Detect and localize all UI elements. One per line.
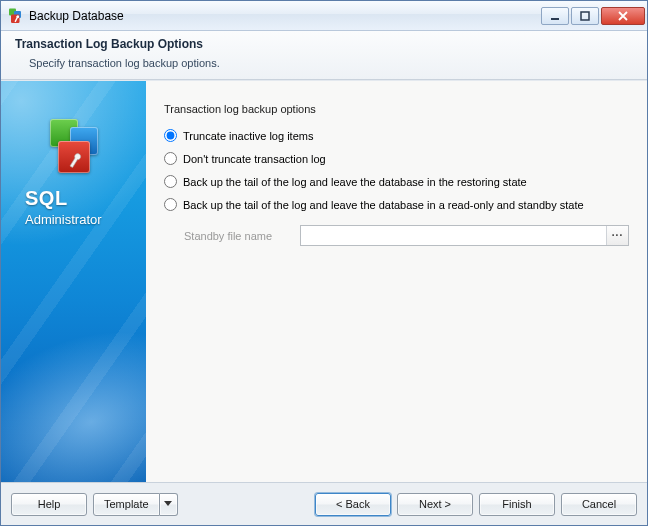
option-label: Truncate inactive log items [183,130,313,142]
option-tail-standby[interactable]: Back up the tail of the log and leave th… [164,198,629,211]
footer: Help Template < Back Next > Finish Cance… [1,483,647,525]
next-button[interactable]: Next > [397,493,473,516]
standby-file-field: ··· [300,225,629,246]
standby-file-input[interactable] [301,226,606,245]
option-tail-restoring-radio[interactable] [164,175,177,188]
brand-line2: Administrator [25,212,146,227]
option-tail-standby-radio[interactable] [164,198,177,211]
option-label: Back up the tail of the log and leave th… [183,199,584,211]
standby-file-row: Standby file name ··· [184,225,629,246]
svg-rect-4 [581,12,589,20]
window-title: Backup Database [29,9,541,23]
chevron-down-icon [164,501,172,507]
option-label: Don't truncate transaction log [183,153,326,165]
option-dont-truncate-radio[interactable] [164,152,177,165]
maximize-button[interactable] [571,7,599,25]
window-buttons [541,7,645,25]
content-area: Transaction log backup options Truncate … [146,81,647,482]
option-truncate-inactive-radio[interactable] [164,129,177,142]
cancel-button[interactable]: Cancel [561,493,637,516]
backup-database-dialog: Backup Database Transaction Log Backup O… [0,0,648,526]
product-logo-icon [44,117,104,177]
back-button[interactable]: < Back [315,493,391,516]
browse-button[interactable]: ··· [606,226,628,245]
group-label: Transaction log backup options [164,103,629,115]
page-subtitle: Specify transaction log backup options. [15,57,633,69]
close-button[interactable] [601,7,645,25]
finish-button[interactable]: Finish [479,493,555,516]
sidebar: SQL Administrator [1,81,146,482]
option-tail-restoring[interactable]: Back up the tail of the log and leave th… [164,175,629,188]
brand-block: SQL Administrator [1,117,146,227]
option-dont-truncate[interactable]: Don't truncate transaction log [164,152,629,165]
title-bar: Backup Database [1,1,647,31]
svg-rect-3 [551,18,559,20]
option-truncate-inactive[interactable]: Truncate inactive log items [164,129,629,142]
template-split-button: Template [93,493,178,516]
page-title: Transaction Log Backup Options [15,37,633,51]
standby-file-label: Standby file name [184,230,300,242]
help-button[interactable]: Help [11,493,87,516]
header: Transaction Log Backup Options Specify t… [1,31,647,80]
template-dropdown-button[interactable] [160,493,178,516]
app-icon [7,8,23,24]
template-button[interactable]: Template [93,493,160,516]
option-label: Back up the tail of the log and leave th… [183,176,527,188]
body: SQL Administrator Transaction log backup… [1,80,647,483]
brand-line1: SQL [25,187,146,210]
minimize-button[interactable] [541,7,569,25]
